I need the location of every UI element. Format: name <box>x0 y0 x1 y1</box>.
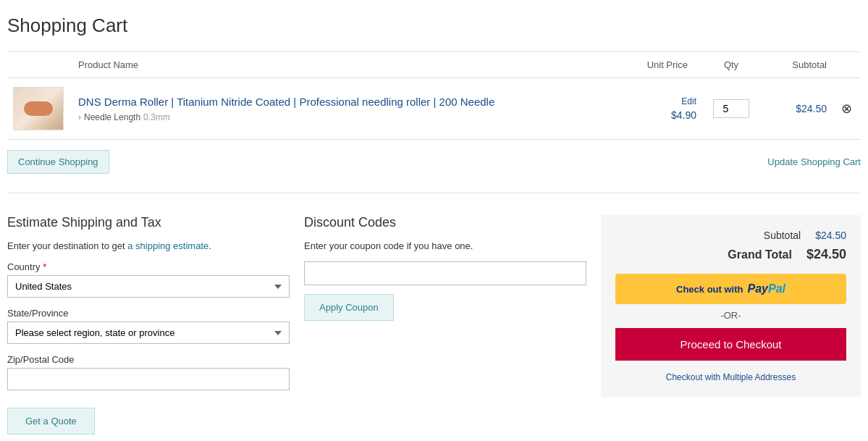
or-divider: -OR- <box>615 310 846 321</box>
country-label: Country * <box>7 261 290 272</box>
page-title: Shopping Cart <box>7 14 861 37</box>
zip-field: Zip/Postal Code <box>7 354 290 390</box>
proceed-to-checkout-button[interactable]: Proceed to Checkout <box>615 328 846 361</box>
update-cart-button[interactable]: Update Shopping Cart <box>767 156 861 167</box>
remove-cell: ⊗ <box>833 78 861 140</box>
summary-subtotal-row: Subtotal $24.50 <box>615 230 846 241</box>
subtotal-label: Subtotal <box>764 230 801 241</box>
col-unit-price: Unit Price <box>623 52 702 78</box>
state-label: State/Province <box>7 308 290 319</box>
cart-actions: Continue Shopping Update Shopping Cart <box>7 143 861 181</box>
discount-codes-section: Discount Codes Enter your coupon code if… <box>304 215 586 321</box>
shipping-desc-text: Enter your destination to get <box>7 240 125 251</box>
remove-item-button[interactable]: ⊗ <box>838 101 855 117</box>
qty-input[interactable] <box>713 99 749 118</box>
zip-input[interactable] <box>7 368 290 390</box>
subtotal-cell: $24.50 <box>760 78 833 140</box>
col-remove <box>833 52 861 78</box>
grand-total-value: $24.50 <box>806 247 846 262</box>
required-indicator: * <box>43 261 46 272</box>
country-select[interactable]: United States Canada United Kingdom Aust… <box>7 275 290 298</box>
state-select[interactable]: Please select region, state or province <box>7 322 290 344</box>
option-label: Needle Length <box>84 112 140 122</box>
subtotal-price: $24.50 <box>796 103 827 114</box>
edit-link[interactable]: Edit <box>629 96 696 106</box>
paypal-prefix-text: Check out with <box>676 284 743 295</box>
shipping-description: Enter your destination to get a shipping… <box>7 240 290 251</box>
discount-description: Enter your coupon code if you have one. <box>304 240 586 251</box>
summary-grand-total-row: Grand Total $24.50 <box>615 247 846 262</box>
shopping-cart-page: Shopping Cart Product Name Unit Price Qt… <box>0 0 868 441</box>
shipping-estimate-link[interactable]: a shipping estimate <box>127 240 208 251</box>
unit-price: $4.90 <box>671 109 696 121</box>
order-summary-section: Subtotal $24.50 Grand Total $24.50 Check… <box>601 215 861 397</box>
product-name-cell: DNS Derma Roller | Titanium Nitride Coat… <box>72 78 623 140</box>
col-product-name: Product Name <box>72 52 623 78</box>
subtotal-value: $24.50 <box>815 230 846 241</box>
country-field: Country * United States Canada United Ki… <box>7 261 290 298</box>
qty-cell <box>702 78 760 140</box>
option-value: 0.3mm <box>143 112 170 122</box>
apply-coupon-button[interactable]: Apply Coupon <box>304 294 394 321</box>
chevron-right-icon: › <box>78 112 81 122</box>
table-row: DNS Derma Roller | Titanium Nitride Coat… <box>7 78 861 140</box>
product-image-cell <box>7 78 72 140</box>
col-subtotal: Subtotal <box>760 52 833 78</box>
discount-codes-title: Discount Codes <box>304 215 586 230</box>
product-name-link[interactable]: DNS Derma Roller | Titanium Nitride Coat… <box>78 96 494 108</box>
bottom-section: Estimate Shipping and Tax Enter your des… <box>7 215 861 434</box>
paypal-checkout-button[interactable]: Check out with PayPal <box>615 274 846 304</box>
estimate-shipping-section: Estimate Shipping and Tax Enter your des… <box>7 215 290 434</box>
paypal-logo: PayPal <box>747 282 785 295</box>
product-thumbnail <box>13 87 64 130</box>
state-field: State/Province Please select region, sta… <box>7 308 290 344</box>
edit-price-cell: Edit $4.90 <box>623 78 702 140</box>
continue-shopping-button[interactable]: Continue Shopping <box>7 150 109 174</box>
multiple-address-link[interactable]: Checkout with Multiple Addresses <box>615 372 846 382</box>
coupon-input[interactable] <box>304 261 586 285</box>
product-option: › Needle Length 0.3mm <box>78 112 618 122</box>
col-image <box>7 52 72 78</box>
cart-table: Product Name Unit Price Qty Subtotal DNS… <box>7 51 861 140</box>
product-image-shape <box>24 101 53 116</box>
divider <box>7 193 861 193</box>
zip-label: Zip/Postal Code <box>7 354 290 365</box>
grand-total-label: Grand Total <box>728 248 792 261</box>
get-quote-button[interactable]: Get a Quote <box>7 408 95 434</box>
col-qty: Qty <box>702 52 760 78</box>
estimate-shipping-title: Estimate Shipping and Tax <box>7 215 290 230</box>
